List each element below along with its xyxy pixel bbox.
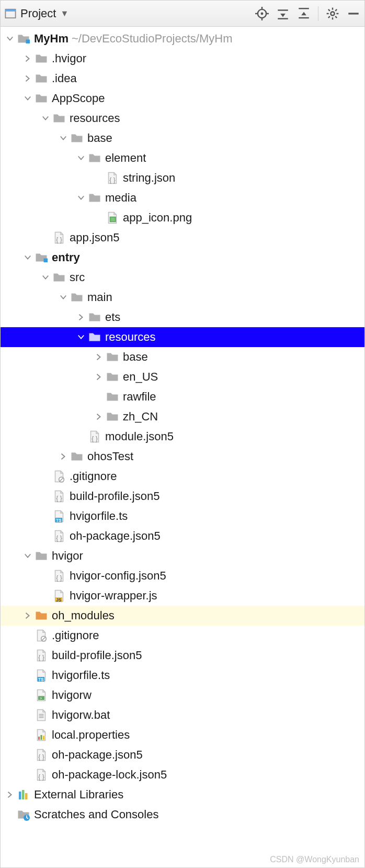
- project-tree[interactable]: MyHm ~/DevEcoStudioProjects/MyHm .hvigor…: [1, 27, 364, 825]
- tree-item-appscope[interactable]: AppScope: [1, 88, 364, 108]
- folder-icon: [52, 270, 66, 285]
- tree-label: hvigorw: [52, 688, 92, 702]
- tree-item-app-json5[interactable]: app.json5: [1, 228, 364, 248]
- tree-label: AppScope: [52, 92, 105, 105]
- tree-item-gitignore1[interactable]: .gitignore: [1, 466, 364, 486]
- chevron-down-icon[interactable]: [75, 154, 87, 162]
- tree-item-hvigorfile-ts2[interactable]: hvigorfile.ts: [1, 665, 364, 685]
- tree-item-oh-package1[interactable]: oh-package.json5: [1, 526, 364, 546]
- tree-item-ets[interactable]: ets: [1, 307, 364, 327]
- tree-label: Scratches and Consoles: [34, 808, 158, 821]
- tree-item-build-profile1[interactable]: build-profile.json5: [1, 486, 364, 506]
- chevron-down-icon[interactable]: [75, 333, 87, 341]
- chevron-right-icon[interactable]: [93, 373, 105, 381]
- tree-label: build-profile.json5: [70, 489, 159, 503]
- tree-label: oh-package.json5: [70, 529, 161, 543]
- tree-item-hvigorfile-ts1[interactable]: hvigorfile.ts: [1, 506, 364, 526]
- tree-item-local-properties[interactable]: local.properties: [1, 725, 364, 745]
- chevron-down-icon[interactable]: [57, 294, 70, 301]
- svg-line-22: [335, 9, 337, 10]
- folder-icon: [34, 608, 49, 623]
- chevron-down-icon[interactable]: [21, 552, 34, 560]
- tree-item-oh-modules[interactable]: oh_modules: [1, 606, 364, 626]
- svg-rect-1: [5, 9, 15, 11]
- folder-icon: [105, 390, 120, 404]
- tree-item-external-libraries[interactable]: External Libraries: [1, 785, 364, 805]
- tree-item-base[interactable]: base: [1, 128, 364, 148]
- tree-item-base2[interactable]: base: [1, 347, 364, 367]
- tree-item-en-us[interactable]: en_US: [1, 367, 364, 387]
- folder-icon: [34, 91, 49, 106]
- tree-label: zh_CN: [123, 410, 158, 424]
- chevron-right-icon[interactable]: [21, 75, 34, 82]
- folder-icon: [34, 549, 49, 563]
- chevron-down-icon[interactable]: [75, 194, 87, 202]
- tree-item-string-json[interactable]: string.json: [1, 168, 364, 188]
- locate-button[interactable]: [255, 7, 269, 20]
- tree-item-src[interactable]: src: [1, 268, 364, 287]
- tree-item-module-json5[interactable]: module.json5: [1, 427, 364, 447]
- tree-label: .idea: [52, 72, 77, 85]
- chevron-right-icon[interactable]: [21, 612, 34, 619]
- collapse-all-button[interactable]: [297, 7, 311, 20]
- tree-item-app-icon[interactable]: app_icon.png: [1, 208, 364, 228]
- tree-label: ets: [105, 310, 120, 324]
- expand-all-button[interactable]: [276, 7, 290, 20]
- chevron-down-icon[interactable]: [21, 95, 34, 102]
- chevron-down-icon[interactable]: [39, 115, 52, 122]
- tree-item-media[interactable]: media: [1, 188, 364, 208]
- minimize-button[interactable]: [347, 7, 360, 20]
- chevron-down-icon[interactable]: [39, 274, 52, 281]
- json-file-icon: [52, 230, 66, 245]
- tree-item-build-profile2[interactable]: build-profile.json5: [1, 646, 364, 665]
- chevron-right-icon[interactable]: [4, 791, 16, 798]
- tree-item-element[interactable]: element: [1, 148, 364, 168]
- settings-button[interactable]: [326, 7, 339, 20]
- chevron-down-icon[interactable]: [21, 254, 34, 261]
- tree-label: hvigor-config.json5: [70, 569, 166, 583]
- folder-icon: [105, 350, 120, 364]
- tree-label: rawfile: [123, 390, 156, 404]
- tree-item-resources[interactable]: resources: [1, 108, 364, 128]
- chevron-right-icon[interactable]: [93, 413, 105, 420]
- tree-item-hvigor-folder[interactable]: hvigor: [1, 546, 364, 566]
- tree-label: hvigor-wrapper.js: [70, 589, 157, 603]
- chevron-down-icon[interactable]: [57, 135, 70, 142]
- tree-item-hvigor-wrapper[interactable]: hvigor-wrapper.js: [1, 586, 364, 606]
- tree-item-ohostest[interactable]: ohosTest: [1, 447, 364, 466]
- tree-item-entry[interactable]: entry: [1, 248, 364, 268]
- project-toolbar: Project ▼: [1, 1, 364, 27]
- tree-label: module.json5: [105, 430, 174, 443]
- watermark: CSDN @WongKyunban: [270, 855, 359, 864]
- chevron-right-icon[interactable]: [21, 55, 34, 62]
- tree-item-zh-cn[interactable]: zh_CN: [1, 407, 364, 427]
- tree-item-oh-package2[interactable]: oh-package.json5: [1, 745, 364, 765]
- tree-item-idea[interactable]: .idea: [1, 69, 364, 88]
- tree-item-gitignore2[interactable]: .gitignore: [1, 626, 364, 646]
- svg-marker-9: [280, 14, 286, 17]
- folder-icon: [70, 449, 84, 464]
- view-selector[interactable]: Project ▼: [5, 7, 69, 20]
- tree-item-hvigor-config[interactable]: hvigor-config.json5: [1, 566, 364, 586]
- tree-item-hvigor-dot[interactable]: .hvigor: [1, 49, 364, 69]
- chevron-right-icon[interactable]: [75, 314, 87, 321]
- tree-item-hvigorw-bat[interactable]: hvigorw.bat: [1, 705, 364, 725]
- tree-item-root[interactable]: MyHm ~/DevEcoStudioProjects/MyHm: [1, 29, 364, 49]
- tree-label: build-profile.json5: [52, 649, 142, 662]
- tree-item-rawfile[interactable]: rawfile: [1, 387, 364, 407]
- tree-item-oh-package-lock[interactable]: oh-package-lock.json5: [1, 765, 364, 785]
- chevron-right-icon[interactable]: [93, 353, 105, 361]
- chevron-down-icon[interactable]: [4, 35, 16, 42]
- tree-item-main[interactable]: main: [1, 287, 364, 307]
- folder-icon: [105, 370, 120, 384]
- tree-item-resources-selected[interactable]: resources: [1, 327, 364, 347]
- folder-icon: [70, 290, 84, 305]
- tree-label: string.json: [123, 171, 175, 185]
- tree-label: local.properties: [52, 728, 130, 742]
- chevron-right-icon[interactable]: [57, 453, 70, 460]
- tree-label: resources: [105, 330, 156, 344]
- tree-item-hvigorw[interactable]: hvigorw: [1, 685, 364, 705]
- tree-item-scratches[interactable]: Scratches and Consoles: [1, 805, 364, 825]
- image-file-icon: [105, 210, 120, 225]
- module-icon: [34, 250, 49, 265]
